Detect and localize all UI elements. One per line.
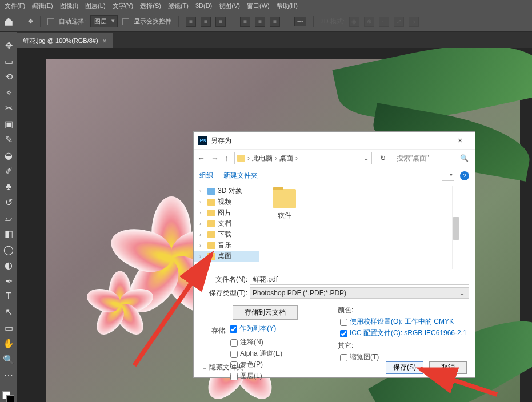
- color-swatches[interactable]: [2, 391, 15, 402]
- menu-type[interactable]: 文字(Y): [113, 2, 134, 10]
- help-icon[interactable]: ?: [460, 171, 469, 180]
- auto-select-dropdown[interactable]: 图层: [90, 15, 118, 27]
- align-center-icon[interactable]: ≡: [201, 17, 211, 27]
- pan-3d-icon: ⊕: [364, 17, 374, 27]
- options-bar: ✥ 自动选择: 图层 显示变换控件 ≡ ≡ ≡ ≡ ≡ ≡ ••• 3D 模式:…: [0, 11, 532, 32]
- eraser-tool-icon[interactable]: ▱: [2, 212, 15, 223]
- move-tool-icon[interactable]: ✥: [28, 18, 33, 25]
- hand-tool-icon[interactable]: ✋: [2, 338, 15, 349]
- menu-3d[interactable]: 3D(D): [195, 2, 212, 9]
- save-as-dialog: Ps 另存为 × ← → ↑ › 此电脑 › 桌面 › ⌄ ↻ 搜索"桌面" 🔍…: [193, 131, 475, 378]
- search-icon: 🔍: [460, 154, 469, 162]
- brush-tool-icon[interactable]: ✐: [2, 166, 15, 176]
- spot-heal-tool-icon[interactable]: ◒: [2, 150, 15, 160]
- align-left-icon[interactable]: ≡: [186, 17, 196, 27]
- opt-icc[interactable]: ICC 配置文件(C): sRGB IEC61966-2.1: [338, 329, 469, 338]
- forward-icon[interactable]: →: [211, 154, 219, 163]
- save-button[interactable]: 保存(S): [386, 361, 423, 374]
- frame-tool-icon[interactable]: ▣: [2, 118, 15, 129]
- gradient-tool-icon[interactable]: ◧: [2, 228, 15, 239]
- opt-as-copy[interactable]: 作为副本(Y): [229, 324, 276, 333]
- history-brush-tool-icon[interactable]: ↺: [2, 197, 15, 208]
- show-transform-checkbox[interactable]: [122, 18, 129, 25]
- view-mode-icon[interactable]: [442, 171, 454, 181]
- search-input[interactable]: 搜索"桌面" 🔍: [394, 152, 471, 164]
- close-icon[interactable]: ×: [450, 136, 470, 145]
- file-item[interactable]: 软件: [267, 189, 302, 220]
- toolbox: ✥ ▭ ⟲ ✧ ✂ ▣ ✎ ◒ ✐ ♣ ↺ ▱ ◧ ◯ ◐ ✒ T ↖ ▭ ✋ …: [0, 32, 17, 402]
- search-placeholder: 搜索"桌面": [397, 154, 429, 163]
- more-options-icon[interactable]: •••: [294, 17, 306, 26]
- auto-select-checkbox[interactable]: [47, 18, 54, 25]
- close-icon[interactable]: ×: [103, 37, 107, 45]
- tree-item-desktop[interactable]: ›桌面: [194, 251, 259, 262]
- path-select-tool-icon[interactable]: ↖: [2, 307, 15, 317]
- dialog-navbar: ← → ↑ › 此电脑 › 桌面 › ⌄ ↻ 搜索"桌面" 🔍: [194, 149, 475, 167]
- folder-tree: ›3D 对象 ›视频 ›图片 ›文档 ›下载 ›音乐 ›桌面: [194, 184, 259, 270]
- chevron-down-icon[interactable]: ⌄: [363, 154, 369, 162]
- menu-edit[interactable]: 编辑(E): [32, 2, 53, 10]
- refresh-icon[interactable]: ↻: [378, 154, 388, 162]
- save-to-cloud-button[interactable]: 存储到云文档: [233, 305, 298, 320]
- menu-help[interactable]: 帮助(H): [277, 2, 298, 10]
- tree-scrollbar[interactable]: [452, 186, 460, 269]
- tab-bar: 鲜花.jpg @ 100%(RGB/8#) ×: [0, 32, 532, 48]
- wand-tool-icon[interactable]: ✧: [2, 87, 15, 98]
- dialog-toolbar: 组织 新建文件夹 ?: [194, 167, 475, 184]
- menu-image[interactable]: 图像(I): [60, 2, 78, 10]
- blur-tool-icon[interactable]: ◯: [2, 244, 15, 255]
- menu-window[interactable]: 窗口(W): [247, 2, 270, 10]
- type-tool-icon[interactable]: T: [2, 291, 15, 302]
- file-list[interactable]: 软件: [259, 184, 475, 270]
- filename-input[interactable]: 鲜花.pdf: [250, 274, 469, 285]
- lasso-tool-icon[interactable]: ⟲: [2, 71, 15, 82]
- align-mid-icon[interactable]: ≡: [255, 17, 265, 27]
- tree-item-music[interactable]: ›音乐: [194, 240, 259, 251]
- menu-layer[interactable]: 图层(L): [85, 2, 105, 10]
- organize-button[interactable]: 组织: [199, 171, 213, 180]
- show-transform-label: 显示变换控件: [134, 17, 171, 26]
- hide-folders-toggle[interactable]: 隐藏文件夹: [202, 363, 243, 372]
- eyedropper-tool-icon[interactable]: ✎: [2, 134, 15, 145]
- breadcrumb-pc[interactable]: 此电脑: [252, 154, 273, 163]
- zoom-tool-icon[interactable]: 🔍: [2, 354, 15, 365]
- dodge-tool-icon[interactable]: ◐: [2, 260, 15, 271]
- tree-item-downloads[interactable]: ›下载: [194, 229, 259, 240]
- move-tool-icon[interactable]: ✥: [2, 40, 15, 51]
- dialog-title: 另存为: [211, 136, 450, 146]
- document-tab[interactable]: 鲜花.jpg @ 100%(RGB/8#) ×: [17, 33, 113, 48]
- tree-item-pictures[interactable]: ›图片: [194, 207, 259, 218]
- up-icon[interactable]: ↑: [225, 154, 229, 163]
- pen-tool-icon[interactable]: ✒: [2, 275, 15, 286]
- menu-filter[interactable]: 滤镜(T): [168, 2, 189, 10]
- breadcrumb[interactable]: › 此电脑 › 桌面 › ⌄: [234, 152, 372, 164]
- menu-view[interactable]: 视图(V): [219, 2, 240, 10]
- back-icon[interactable]: ←: [197, 154, 205, 163]
- mode-3d-label: 3D 模式:: [321, 17, 345, 26]
- shape-tool-icon[interactable]: ▭: [2, 323, 15, 333]
- opt-notes[interactable]: 注释(N): [199, 338, 331, 347]
- breadcrumb-desktop[interactable]: 桌面: [279, 154, 293, 163]
- cancel-button[interactable]: 取消: [429, 361, 467, 374]
- menu-file[interactable]: 文件(F): [5, 2, 25, 10]
- home-icon[interactable]: [3, 17, 14, 27]
- color-label: 颜色:: [338, 305, 353, 315]
- stamp-tool-icon[interactable]: ♣: [2, 181, 15, 192]
- marquee-tool-icon[interactable]: ▭: [2, 55, 15, 66]
- tree-item-video[interactable]: ›视频: [194, 196, 259, 207]
- new-folder-button[interactable]: 新建文件夹: [223, 171, 258, 180]
- menubar: 文件(F) 编辑(E) 图像(I) 图层(L) 文字(Y) 选择(S) 滤镜(T…: [0, 0, 532, 11]
- align-top-icon[interactable]: ≡: [240, 17, 250, 27]
- folder-icon: [273, 189, 296, 208]
- dialog-footer: 隐藏文件夹 保存(S) 取消: [194, 357, 475, 377]
- more-tools-icon[interactable]: ⋯: [2, 369, 15, 380]
- filename-label: 文件名(N):: [199, 275, 250, 284]
- filetype-dropdown[interactable]: Photoshop PDF (*.PDF;*.PDP): [250, 287, 469, 299]
- align-bottom-icon[interactable]: ≡: [270, 17, 280, 27]
- tree-item-documents[interactable]: ›文档: [194, 218, 259, 229]
- crop-tool-icon[interactable]: ✂: [2, 103, 15, 114]
- tree-item-3d[interactable]: ›3D 对象: [194, 186, 259, 196]
- opt-proof[interactable]: 使用校样设置(O): 工作中的 CMYK: [338, 317, 469, 327]
- align-right-icon[interactable]: ≡: [215, 17, 226, 27]
- menu-select[interactable]: 选择(S): [140, 2, 161, 10]
